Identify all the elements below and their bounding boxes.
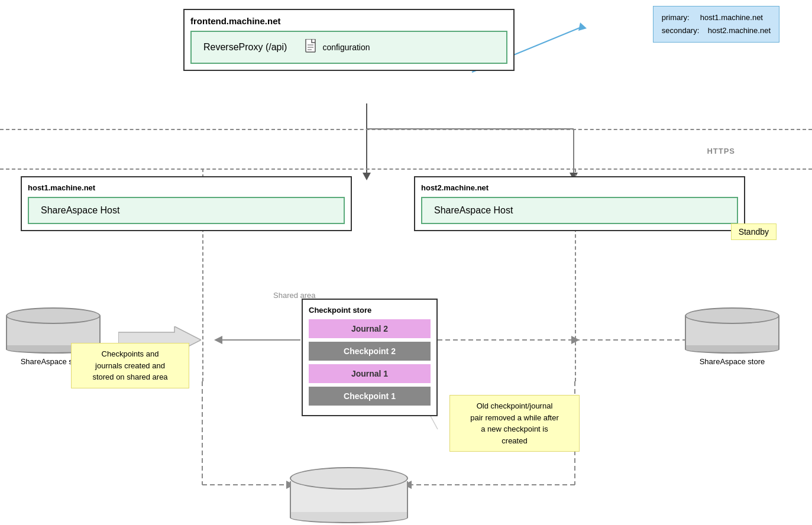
host1-shareaspace: ShareAspace Host [28,197,345,224]
cyl-right-top [685,307,779,324]
host2-box: host2.machine.net ShareAspace Host [414,176,745,231]
https-label: HTTPS [707,147,735,155]
host1-box: host1.machine.net ShareAspace Host [21,176,352,231]
doc-icon [305,39,318,56]
host1-shareaspace-label: ShareAspace Host [41,205,119,215]
checkpoint-store-box: Checkpoint store Journal 2 Checkpoint 2 … [302,299,438,416]
svg-marker-6 [578,22,587,31]
annotation-checkpoints: Checkpoints and journals created and sto… [71,343,189,388]
cyl-right-bottom [685,345,779,354]
primary-label: primary: host1.machine.net [662,13,763,22]
config-area: configuration [305,39,370,56]
host2-shareaspace: ShareAspace Host [421,197,738,224]
store-right-label: ShareAspace store [685,357,779,366]
svg-rect-21 [306,39,315,52]
diagram: frontend.machine.net ReverseProxy (/api)… [0,0,812,525]
cyl-left-top [6,307,101,324]
connectors-svg [0,0,812,525]
host2-title: host2.machine.net [421,183,738,192]
frontend-box: frontend.machine.net ReverseProxy (/api)… [183,9,515,71]
cyl-vault-bottom [290,512,408,523]
store-right: ShareAspace store [685,307,779,366]
host1-title: host1.machine.net [28,183,345,192]
dashed-divider-top [0,129,812,130]
cylinder-right [685,307,779,354]
file-vault: File vault [290,467,408,525]
cylinder-vault [290,467,408,523]
checkpoint-store-title: Checkpoint store [309,306,431,315]
frontend-title: frontend.machine.net [190,16,507,26]
cyl-vault-top [290,467,408,490]
dashed-divider-mid [0,168,812,170]
checkpoint-1-item: Checkpoint 1 [309,387,431,406]
config-label: configuration [322,43,370,52]
reverse-proxy-label: ReverseProxy (/api) [203,42,287,53]
journal-1-item: Journal 1 [309,364,431,383]
svg-marker-10 [214,336,222,344]
journal-2-item: Journal 2 [309,319,431,338]
secondary-label: secondary: host2.machine.net [662,26,771,35]
checkpoint-2-item: Checkpoint 2 [309,342,431,361]
standby-label: Standby [731,223,777,240]
primary-secondary-tooltip: primary: host1.machine.net secondary: ho… [653,6,779,43]
svg-marker-1 [363,173,371,180]
annotation-checkpoints-text: Checkpoints and journals created and sto… [92,349,167,381]
reverse-proxy-box: ReverseProxy (/api) configuration [190,31,507,64]
host2-shareaspace-label: ShareAspace Host [434,205,513,215]
annotation-old-checkpoint-text: Old checkpoint/journal pair removed a wh… [470,401,559,445]
annotation-old-checkpoint: Old checkpoint/journal pair removed a wh… [449,395,580,452]
